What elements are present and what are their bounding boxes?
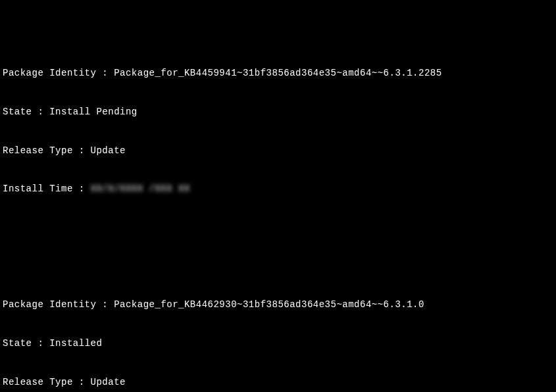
package-entry: Package Identity : Package_for_KB4462930… [3, 273, 553, 392]
package-identity-line: Package Identity : Package_for_KB4462930… [3, 299, 553, 312]
value: Update [91, 145, 126, 156]
terminal-output: Package Identity : Package_for_KB4459941… [3, 3, 553, 392]
package-state-line: State : Install Pending [3, 106, 553, 119]
package-install-time-line: Install Time : XX/X/XXXX /XXX XX [3, 183, 553, 196]
label: Package Identity : [3, 68, 114, 78]
label: State : [3, 338, 49, 349]
label: Release Type : [3, 145, 91, 156]
value: Install Pending [49, 107, 138, 117]
package-release-type-line: Release Type : Update [3, 145, 553, 158]
package-release-type-line: Release Type : Update [3, 376, 553, 389]
value: Installed [49, 338, 102, 349]
label: Package Identity : [3, 299, 114, 310]
label: State : [3, 107, 49, 117]
redacted-value: XX/X/XXXX /XXX XX [91, 183, 190, 196]
value: Package_for_KB4459941~31bf3856ad364e35~a… [114, 68, 442, 78]
package-state-line: State : Installed [3, 337, 553, 351]
label: Install Time : [3, 184, 91, 194]
package-entry: Package Identity : Package_for_KB4459941… [3, 41, 553, 222]
value: Update [91, 377, 126, 387]
label: Release Type : [3, 377, 91, 387]
package-identity-line: Package Identity : Package_for_KB4459941… [3, 67, 553, 80]
value: Package_for_KB4462930~31bf3856ad364e35~a… [114, 299, 424, 310]
